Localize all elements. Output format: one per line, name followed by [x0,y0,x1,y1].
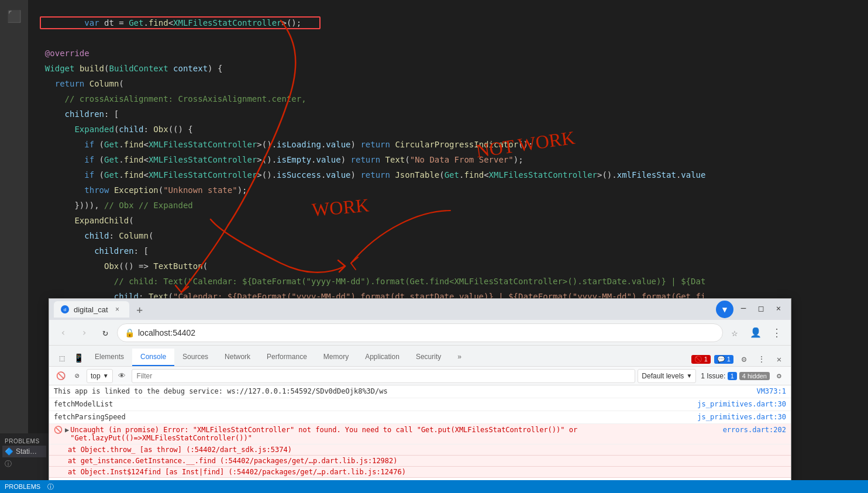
sidebar-icon: 🔷 [5,447,13,456]
devtools-inspect-btn[interactable]: ⬚ [54,350,70,366]
devtools-clear-btn[interactable]: 🚫 [54,369,68,383]
chrome-more-btn[interactable]: ⋮ [767,323,786,342]
chrome-reload-btn[interactable]: ↻ [96,323,115,342]
chrome-tab-title: digital_cat [74,305,108,314]
problems-label[interactable]: PROBLEMS [5,483,40,490]
code-line-30: 30 if (Get.find<XMLFilesStatController>(… [0,152,868,167]
error-detail-1: at Object.throw_ [as throw] (:54402/dart… [49,444,791,456]
context-dropdown-icon: ▼ [103,373,109,379]
devtools-tab-console[interactable]: Console [132,349,174,366]
levels-chevron: ▼ [686,373,692,379]
code-line-31: 31 if (Get.find<XMLFilesStatController>(… [0,167,868,182]
levels-dropdown[interactable]: Default levels ▼ [638,369,696,383]
sidebar-item-label: Stati… [16,447,37,456]
devtools-eye-btn[interactable]: 👁 [115,369,129,383]
chrome-maximize-btn[interactable]: □ [753,301,769,316]
devtools-panel: ⬚ 📱 Elements Console Sources Network Per… [49,346,791,492]
code-line-27: 27 children: [ [0,106,868,122]
code-line-29: 29 if (Get.find<XMLFilesStatController>(… [0,137,868,152]
devtools-tab-network[interactable]: Network [216,349,259,366]
sidebar-panel: PROBLEMS 🔷 Stati… ⓘ [0,433,49,480]
devtools-tab-elements[interactable]: Elements [87,349,132,366]
console-output: This app is linked to the debug service:… [49,385,791,492]
code-line-33: 33 }))), // Obx // Expanded [0,198,868,213]
devtools-close-btn[interactable]: ✕ [772,352,786,366]
chrome-tab-digital-cat[interactable]: d digital_cat × [54,301,129,318]
code-line-38: 38 // child: Text("Calendar: ${DateForma… [0,274,868,289]
devtools-tabs: ⬚ 📱 Elements Console Sources Network Per… [49,346,791,367]
chrome-forward-btn[interactable]: › [75,323,94,342]
console-filter-input[interactable] [132,369,636,383]
code-line-21: 21 var dt = Get.find<XMLFilesStatControl… [0,15,868,30]
console-line-3: fetchParsingSpeed js_primitives.dart:30 [49,411,791,424]
console-line-1: This app is linked to the debug service:… [49,385,791,398]
code-line-23: 23 @override [0,46,868,61]
chrome-close-btn[interactable]: × [771,301,786,316]
devtools-settings2-btn[interactable]: ⚙ [772,369,786,383]
devtools-error-count: 🚫 1 [691,355,711,364]
chrome-window-controls: ▼ ─ □ × [716,301,786,318]
console-source-3[interactable]: js_primitives.dart:30 [697,413,786,421]
code-line-25: 25 return Column( [0,76,868,91]
code-line-26: 26 // crossAxisAlignment: CrossAxisAlign… [0,91,868,106]
devtools-tab-more[interactable]: » [449,349,470,366]
activity-explorer[interactable]: ⬛ [2,5,26,28]
devtools-tab-application[interactable]: Application [357,349,408,366]
sidebar-item-static[interactable]: 🔷 Stati… [2,446,46,457]
console-source-error[interactable]: errors.dart:202 [723,426,786,434]
devtools-preserve-log-btn[interactable]: ⊘ [70,369,84,383]
chrome-star-btn[interactable]: ☆ [725,323,744,342]
devtools-settings-btn[interactable]: ⚙ [737,352,751,366]
levels-label: Default levels [642,372,684,380]
status-info: ⓘ [47,482,54,491]
chrome-window: d digital_cat × + ▼ ─ □ × ‹ › ↻ 🔒 localh… [49,298,791,493]
code-line-32: 32 throw Exception("Unknown state"); [0,182,868,198]
devtools-warning-count: 💬 1 [714,355,733,364]
devtools-more-btn[interactable]: ⋮ [755,352,769,366]
chrome-back-btn[interactable]: ‹ [54,323,73,342]
devtools-tab-security[interactable]: Security [408,349,449,366]
chrome-profile-btn[interactable]: ▼ [716,301,733,318]
console-line-2: fetchModelList js_primitives.dart:30 [49,398,791,411]
context-selector[interactable]: top ▼ [87,369,113,383]
code-line-34: 34 ExpandChild( [0,213,868,228]
devtools-tab-sources[interactable]: Sources [174,349,216,366]
expand-arrow[interactable]: ▶ [65,426,69,434]
address-lock-icon: 🔒 [125,328,135,337]
code-line-28: 28 Expanded(child: Obx(() { [0,122,868,137]
devtools-tab-performance[interactable]: Performance [259,349,315,366]
code-line-24: 24 Widget build(BuildContext context) { [0,61,868,76]
context-label: top [91,372,101,380]
chrome-minimize-btn[interactable]: ─ [736,301,751,316]
chrome-url: localhost:54402 [138,328,195,337]
chrome-new-tab-btn[interactable]: + [132,301,148,318]
devtools-tab-memory[interactable]: Memory [315,349,357,366]
error-detail-3: at Object.Inst$124find [as Inst|find] (:… [49,467,791,478]
devtools-device-btn[interactable]: 📱 [70,350,87,366]
sidebar-info-icon: ⓘ [5,459,12,469]
hidden-badge: 4 hidden [739,372,770,380]
chrome-tab-favicon: d [61,305,69,313]
console-source-2[interactable]: js_primitives.dart:30 [697,400,786,408]
code-line-39: 39 child: Text("Calendar: ${DateFormat("… [0,289,868,298]
sidebar-item-info[interactable]: ⓘ [2,457,46,471]
code-line-35: 35 💡 child: Column( [0,228,868,243]
code-lines: 20 21 var dt = Get.find<XMLFilesStatCont… [0,0,868,298]
issue-count-label: 1 Issue: 1 [701,372,737,380]
code-line-37: 37 Obx(() => TextButton( [0,258,868,274]
error-icon: 🚫 [54,426,63,434]
issue-badge: 1 [728,372,737,380]
chrome-address-bar[interactable]: 🔒 localhost:54402 [117,323,723,342]
console-source-1[interactable]: VM373:1 [756,387,786,395]
sidebar-header: PROBLEMS [2,436,46,446]
code-line-36: 36 children: [ [0,243,868,258]
chrome-navbar: ‹ › ↻ 🔒 localhost:54402 ☆ 👤 ⋮ [49,320,791,346]
error-detail-2: at get_instance.GetInstance.__.find (:54… [49,456,791,467]
activity-bar: ⬛ [0,0,28,480]
chrome-account-btn[interactable]: 👤 [746,323,765,342]
code-editor: 20 21 var dt = Get.find<XMLFilesStatCont… [0,0,868,298]
devtools-toolbar: 🚫 ⊘ top ▼ 👁 Default levels ▼ 1 Issue: 1 … [49,367,791,385]
console-error-line: 🚫 ▶ Uncaught (in promise) Error: "XMLFil… [49,424,791,444]
chrome-tab-close-btn[interactable]: × [113,305,122,314]
vscode-status-bar: PROBLEMS ⓘ [0,480,868,493]
